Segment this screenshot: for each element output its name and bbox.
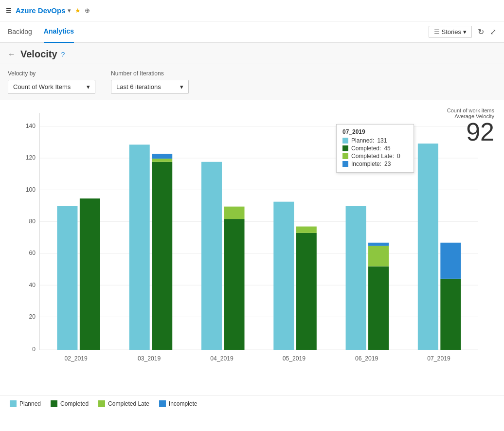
legend-completed-late-label: Completed Late (108, 400, 149, 407)
bar-group-05-2019[interactable]: 05_2019 (273, 202, 317, 362)
tooltip-incomplete-swatch (342, 161, 348, 167)
tooltip-completed-late-row: Completed Late: 0 (342, 153, 408, 160)
svg-text:100: 100 (26, 186, 36, 193)
page-title: Velocity (20, 49, 57, 60)
hamburger-icon[interactable]: ☰ (6, 7, 12, 14)
iterations-dropdown[interactable]: Last 6 iterations ▾ (111, 80, 189, 94)
tab-analytics[interactable]: Analytics (44, 21, 74, 43)
tooltip-title: 07_2019 (342, 128, 408, 135)
stories-chevron-icon: ▾ (463, 28, 467, 36)
svg-rect-17 (57, 206, 77, 350)
velocity-by-chevron-icon: ▾ (87, 83, 90, 90)
legend-completed-swatch (51, 400, 57, 407)
tooltip-completed-swatch (342, 145, 348, 151)
svg-text:20: 20 (29, 313, 36, 320)
legend-incomplete-label: Incomplete (169, 400, 198, 407)
svg-rect-21 (152, 162, 172, 350)
stories-icon: ☰ (434, 28, 440, 36)
svg-rect-36 (368, 243, 389, 246)
person-icon[interactable]: ⊕ (85, 7, 90, 14)
svg-text:80: 80 (29, 218, 36, 225)
stories-dropdown[interactable]: ☰ Stories ▾ (429, 26, 472, 38)
legend-completed-late: Completed Late (98, 400, 149, 407)
svg-rect-25 (201, 162, 222, 350)
legend-incomplete: Incomplete (159, 400, 198, 407)
iterations-label: Number of Iterations (111, 70, 189, 77)
svg-text:03_2019: 03_2019 (138, 355, 161, 362)
legend-incomplete-swatch (159, 400, 166, 407)
nav-tabs: Backlog Analytics ☰ Stories ▾ ↻ ⤢ (0, 21, 504, 43)
avg-velocity-display: Count of work items Average Velocity 92 (447, 108, 494, 144)
svg-rect-20 (129, 144, 150, 350)
favorite-icon[interactable]: ★ (75, 7, 81, 14)
nav-left: Backlog Analytics (8, 21, 74, 43)
nav-right: ☰ Stories ▾ ↻ ⤢ (429, 26, 496, 38)
tooltip: 07_2019 Planned: 131 Completed: 45 Compl… (336, 124, 414, 173)
legend-completed: Completed (51, 400, 89, 407)
bar-group-06-2019[interactable]: 06_2019 (346, 206, 389, 362)
legend-planned-label: Planned (19, 400, 41, 407)
iterations-chevron-icon: ▾ (180, 83, 183, 90)
velocity-by-dropdown[interactable]: Count of Work Items ▾ (8, 80, 95, 94)
app-name[interactable]: Azure DevOps (16, 6, 66, 15)
legend-completed-late-swatch (98, 400, 105, 407)
legend-planned-swatch (10, 400, 17, 407)
velocity-by-group: Velocity by Count of Work Items ▾ (8, 70, 95, 94)
svg-rect-35 (368, 246, 389, 266)
velocity-by-value: Count of Work Items (13, 83, 71, 90)
avg-label-text: Count of work items (447, 108, 494, 113)
svg-rect-30 (296, 233, 317, 350)
svg-text:0: 0 (32, 346, 36, 353)
avg-value: 92 (466, 118, 494, 146)
expand-button[interactable]: ⤢ (490, 27, 496, 36)
svg-rect-23 (152, 154, 172, 159)
iterations-value: Last 6 iterations (116, 83, 161, 90)
controls-section: Velocity by Count of Work Items ▾ Number… (0, 64, 504, 100)
svg-rect-31 (296, 227, 317, 233)
svg-rect-22 (152, 159, 172, 162)
svg-rect-26 (224, 219, 244, 350)
tooltip-incomplete-row: Incomplete: 23 (342, 161, 408, 167)
svg-rect-27 (224, 207, 244, 219)
tooltip-completed-late-swatch (342, 153, 348, 159)
velocity-chart: 0 20 40 60 80 100 120 140 (10, 108, 494, 387)
chart-area: Count of work items Average Velocity 92 … (0, 100, 504, 395)
svg-text:120: 120 (26, 154, 36, 161)
svg-text:40: 40 (29, 282, 36, 288)
svg-text:02_2019: 02_2019 (64, 355, 88, 362)
iterations-group: Number of Iterations Last 6 iterations ▾ (111, 70, 189, 94)
top-bar: ☰ Azure DevOps ▾ ★ ⊕ (0, 0, 504, 21)
svg-text:60: 60 (29, 250, 36, 256)
svg-text:07_2019: 07_2019 (427, 355, 450, 362)
svg-rect-29 (273, 202, 294, 350)
svg-rect-18 (80, 198, 100, 350)
svg-text:04_2019: 04_2019 (210, 355, 234, 362)
svg-text:06_2019: 06_2019 (355, 355, 378, 362)
bar-group-02-2019[interactable]: 02_2019 (57, 198, 100, 362)
app-chevron-icon[interactable]: ▾ (68, 7, 71, 14)
velocity-by-label: Velocity by (8, 70, 95, 77)
bar-group-04-2019[interactable]: 04_2019 (201, 162, 245, 362)
legend: Planned Completed Completed Late Incompl… (0, 395, 504, 413)
back-button[interactable]: ← (8, 50, 16, 59)
svg-rect-33 (346, 206, 366, 350)
page-header: ← Velocity ? (0, 43, 504, 64)
legend-planned: Planned (10, 400, 41, 407)
svg-rect-40 (440, 243, 461, 279)
svg-text:140: 140 (26, 123, 36, 129)
help-icon[interactable]: ? (61, 51, 65, 58)
svg-rect-34 (368, 266, 389, 350)
tab-backlog[interactable]: Backlog (8, 21, 32, 43)
tooltip-planned-swatch (342, 138, 348, 144)
tooltip-completed-row: Completed: 45 (342, 145, 408, 152)
svg-rect-38 (418, 144, 438, 350)
refresh-button[interactable]: ↻ (478, 27, 484, 36)
legend-completed-label: Completed (60, 400, 89, 407)
bar-group-07-2019[interactable]: 07_2019 (418, 144, 461, 362)
svg-text:05_2019: 05_2019 (283, 355, 306, 362)
tooltip-planned-row: Planned: 131 (342, 137, 408, 144)
svg-rect-39 (440, 279, 461, 350)
